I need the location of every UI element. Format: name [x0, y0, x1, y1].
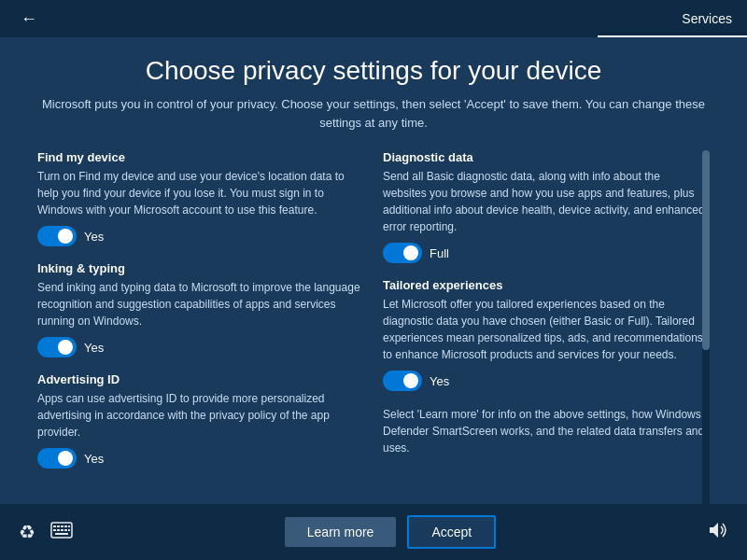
- toggle-label-find-my-device: Yes: [84, 230, 104, 244]
- main-content: Choose privacy settings for your device …: [0, 37, 747, 513]
- setting-desc-advertising-id: Apps can use advertising ID to provide m…: [37, 390, 360, 441]
- page-subtitle: Microsoft puts you in control of your pr…: [37, 95, 710, 132]
- toggle-row-diagnostic-data: Full: [383, 243, 706, 263]
- svg-rect-3: [61, 525, 63, 527]
- toggle-label-tailored-experiences: Yes: [430, 374, 449, 388]
- svg-rect-6: [53, 529, 56, 531]
- toggle-diagnostic-data[interactable]: [383, 243, 422, 263]
- left-column: Find my device Turn on Find my device an…: [37, 150, 364, 513]
- toggle-tailored-experiences[interactable]: [383, 371, 422, 391]
- right-bottom-info: Select 'Learn more' for info on the abov…: [383, 406, 706, 456]
- setting-tailored-experiences: Tailored experiences Let Microsoft offer…: [383, 278, 706, 391]
- setting-diagnostic-data: Diagnostic data Send all Basic diagnosti…: [383, 150, 706, 263]
- bottom-bar: ♻ Learn more Accept: [0, 504, 747, 560]
- top-bar-underline: [598, 35, 747, 37]
- svg-rect-2: [57, 525, 60, 527]
- setting-title-advertising-id: Advertising ID: [37, 372, 360, 386]
- setting-desc-tailored-experiences: Let Microsoft offer you tailored experie…: [383, 296, 706, 363]
- back-arrow-icon: ←: [21, 9, 37, 29]
- toggle-label-diagnostic-data: Full: [430, 246, 449, 260]
- scrollbar-track: [702, 150, 710, 513]
- svg-rect-4: [64, 525, 67, 527]
- svg-marker-12: [710, 523, 718, 538]
- svg-rect-10: [68, 529, 70, 531]
- settings-columns: Find my device Turn on Find my device an…: [37, 150, 710, 513]
- setting-title-diagnostic-data: Diagnostic data: [383, 150, 706, 164]
- toggle-row-find-my-device: Yes: [37, 226, 360, 246]
- setting-desc-find-my-device: Turn on Find my device and use your devi…: [37, 168, 360, 218]
- learn-more-button[interactable]: Learn more: [285, 517, 397, 547]
- volume-icon[interactable]: [708, 521, 728, 544]
- setting-title-inking-typing: Inking & typing: [37, 261, 360, 275]
- setting-desc-inking-typing: Send inking and typing data to Microsoft…: [37, 279, 360, 329]
- bottom-buttons: Learn more Accept: [285, 515, 496, 549]
- top-bar: ← Services: [0, 0, 747, 37]
- setting-find-my-device: Find my device Turn on Find my device an…: [37, 150, 360, 246]
- toggle-label-inking-typing: Yes: [84, 341, 104, 355]
- setting-advertising-id: Advertising ID Apps can use advertising …: [37, 372, 360, 469]
- back-button[interactable]: ←: [15, 5, 43, 33]
- toggle-row-tailored-experiences: Yes: [383, 371, 706, 391]
- toggle-inking-typing[interactable]: [37, 337, 77, 357]
- svg-rect-9: [64, 529, 67, 531]
- accessibility-icon[interactable]: ♻: [19, 521, 35, 543]
- keyboard-icon[interactable]: [50, 522, 73, 542]
- setting-desc-diagnostic-data: Send all Basic diagnostic data, along wi…: [383, 168, 706, 235]
- svg-rect-8: [61, 529, 63, 531]
- svg-rect-1: [53, 525, 56, 527]
- svg-rect-5: [68, 525, 70, 527]
- setting-title-find-my-device: Find my device: [37, 150, 360, 164]
- toggle-find-my-device[interactable]: [37, 226, 77, 246]
- toggle-row-advertising-id: Yes: [37, 448, 360, 469]
- right-column: Diagnostic data Send all Basic diagnosti…: [383, 150, 710, 513]
- bottom-icons: ♻: [19, 521, 73, 543]
- accept-button[interactable]: Accept: [407, 515, 496, 549]
- scrollbar-thumb[interactable]: [702, 150, 710, 350]
- setting-title-tailored-experiences: Tailored experiences: [383, 278, 706, 292]
- setting-inking-typing: Inking & typing Send inking and typing d…: [37, 261, 360, 357]
- svg-rect-11: [55, 533, 68, 535]
- top-bar-title: Services: [682, 11, 732, 26]
- svg-rect-7: [57, 529, 60, 531]
- toggle-label-advertising-id: Yes: [84, 452, 104, 466]
- page-title: Choose privacy settings for your device: [37, 56, 710, 86]
- toggle-advertising-id[interactable]: [37, 448, 77, 469]
- toggle-row-inking-typing: Yes: [37, 337, 360, 357]
